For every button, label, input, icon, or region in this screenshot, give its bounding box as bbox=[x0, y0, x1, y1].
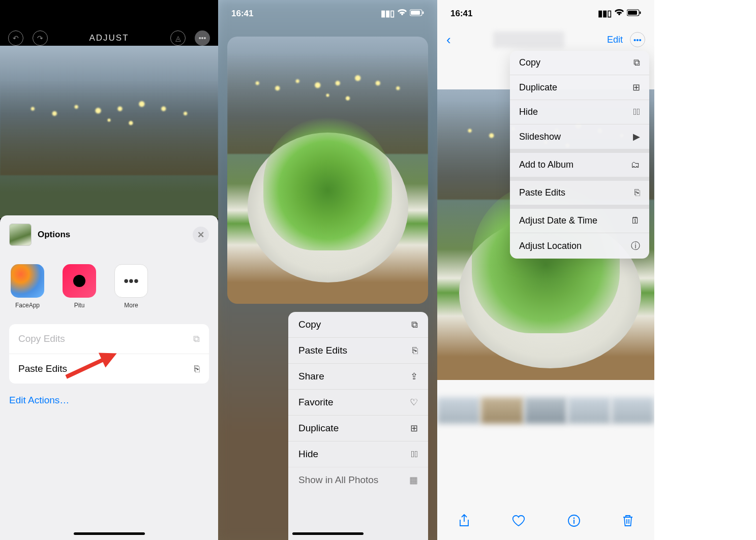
location-icon: ⓘ bbox=[631, 240, 640, 252]
edit-screen-panel: ↶ ↷ ADJUST ◬ ••• Options ✕ FaceApp P bbox=[0, 0, 218, 540]
share-apps-row: FaceApp Pitu ••• More bbox=[0, 252, 218, 321]
options-sheet: Options ✕ FaceApp Pitu ••• More Copy Edi… bbox=[0, 215, 218, 540]
status-time: 16:41 bbox=[450, 9, 472, 19]
redo-icon[interactable]: ↷ bbox=[33, 30, 48, 46]
home-indicator[interactable] bbox=[74, 532, 145, 535]
undo-icon[interactable]: ↶ bbox=[8, 30, 23, 46]
home-indicator[interactable] bbox=[292, 532, 364, 535]
photo-preview bbox=[0, 46, 218, 218]
copy-edits-button: Copy Edits ⧉ bbox=[9, 324, 209, 354]
wifi-icon bbox=[615, 9, 624, 19]
sheet-title: Options bbox=[38, 230, 70, 240]
edit-link[interactable]: Edit bbox=[607, 35, 623, 45]
copy-edits-icon: ⧉ bbox=[193, 334, 200, 344]
svg-rect-1 bbox=[411, 11, 420, 15]
menu-favorite[interactable]: Favorite ♡ bbox=[288, 389, 428, 415]
context-menu: Copy ⧉ Paste Edits ⎘ Share ⇪ Favorite ♡ … bbox=[288, 312, 428, 540]
photo-card[interactable] bbox=[227, 37, 428, 304]
popup-adjust-location[interactable]: Adjust Location ⓘ bbox=[510, 233, 649, 259]
menu-separator bbox=[510, 205, 649, 209]
duplicate-icon: ⊞ bbox=[632, 82, 640, 93]
status-bar: 16:41 ▮▮▯ bbox=[437, 8, 654, 19]
share-app-faceapp[interactable]: FaceApp bbox=[9, 264, 46, 309]
edit-mode-title: ADJUST bbox=[48, 33, 170, 43]
menu-share[interactable]: Share ⇪ bbox=[288, 363, 428, 389]
popup-slideshow[interactable]: Slideshow ▶ bbox=[510, 124, 649, 149]
pitu-icon bbox=[63, 264, 96, 298]
more-icon[interactable]: ••• bbox=[195, 30, 210, 46]
popup-duplicate[interactable]: Duplicate ⊞ bbox=[510, 75, 649, 100]
photo-detail-panel: 16:41 ▮▮▯ ‹ Edit ••• bbox=[437, 0, 654, 540]
menu-separator bbox=[510, 149, 649, 153]
photo-toolbar bbox=[437, 504, 654, 540]
paste-edits-button[interactable]: Paste Edits ⎘ bbox=[9, 354, 209, 384]
share-icon[interactable] bbox=[458, 514, 470, 531]
info-icon[interactable] bbox=[567, 514, 581, 530]
close-icon[interactable]: ✕ bbox=[193, 227, 209, 243]
nav-title-redacted bbox=[493, 31, 564, 48]
signal-icon: ▮▮▯ bbox=[598, 8, 612, 19]
popup-add-album[interactable]: Add to Album 🗂 bbox=[510, 153, 649, 177]
svg-rect-4 bbox=[628, 11, 637, 15]
longpress-screen-panel: 16:41 ▮▮▯ Copy ⧉ Paste Edits ⎘ Share ⇪ bbox=[218, 0, 437, 540]
menu-show-all[interactable]: Show in All Photos ▦ bbox=[288, 467, 428, 488]
paste-edits-icon: ⎘ bbox=[412, 345, 418, 356]
faceapp-icon bbox=[11, 264, 44, 298]
more-apps-icon: ••• bbox=[114, 264, 148, 298]
album-icon: 🗂 bbox=[631, 160, 640, 170]
share-app-more[interactable]: ••• More bbox=[113, 264, 149, 309]
copy-icon: ⧉ bbox=[411, 320, 418, 330]
share-app-pitu[interactable]: Pitu bbox=[61, 264, 98, 309]
edit-actions-link[interactable]: Edit Actions… bbox=[0, 384, 218, 417]
markup-icon[interactable]: ◬ bbox=[170, 30, 186, 46]
grid-icon: ▦ bbox=[409, 474, 418, 486]
play-icon: ▶ bbox=[633, 131, 640, 142]
popup-paste-edits[interactable]: Paste Edits ⎘ bbox=[510, 181, 649, 205]
copy-icon: ⧉ bbox=[633, 57, 640, 68]
photo-thumbnail bbox=[9, 224, 32, 246]
svg-rect-2 bbox=[422, 11, 424, 14]
more-popup-menu: Copy ⧉ Duplicate ⊞ Hide 👁⃠ Slideshow ▶ A… bbox=[510, 51, 649, 259]
battery-icon bbox=[410, 9, 424, 19]
menu-paste-edits[interactable]: Paste Edits ⎘ bbox=[288, 337, 428, 363]
status-time: 16:41 bbox=[231, 9, 253, 19]
hide-icon: 👁⃠ bbox=[411, 449, 418, 460]
signal-icon: ▮▮▯ bbox=[381, 8, 395, 19]
svg-rect-5 bbox=[640, 11, 641, 14]
wifi-icon bbox=[398, 9, 407, 19]
popup-hide[interactable]: Hide 👁⃠ bbox=[510, 100, 649, 124]
popup-copy[interactable]: Copy ⧉ bbox=[510, 51, 649, 75]
edits-action-list: Copy Edits ⧉ Paste Edits ⎘ bbox=[9, 324, 209, 384]
svg-rect-8 bbox=[573, 520, 574, 524]
paste-edits-icon: ⎘ bbox=[194, 364, 200, 374]
menu-hide[interactable]: Hide 👁⃠ bbox=[288, 441, 428, 467]
menu-duplicate[interactable]: Duplicate ⊞ bbox=[288, 415, 428, 441]
battery-icon bbox=[627, 9, 641, 19]
calendar-icon: 🗓 bbox=[631, 215, 640, 226]
share-icon: ⇪ bbox=[410, 371, 418, 382]
paste-edits-icon: ⎘ bbox=[634, 187, 640, 198]
photo-nav-bar: ‹ Edit ••• bbox=[437, 28, 654, 51]
more-icon[interactable]: ••• bbox=[630, 32, 645, 47]
popup-adjust-date[interactable]: Adjust Date & Time 🗓 bbox=[510, 209, 649, 233]
menu-separator bbox=[510, 177, 649, 181]
trash-icon[interactable] bbox=[622, 514, 633, 530]
hide-icon: 👁⃠ bbox=[633, 107, 640, 117]
duplicate-icon: ⊞ bbox=[410, 423, 418, 434]
heart-icon: ♡ bbox=[410, 397, 418, 408]
svg-point-7 bbox=[573, 518, 574, 519]
photo-scrubber[interactable] bbox=[437, 397, 654, 424]
heart-icon[interactable] bbox=[512, 515, 525, 530]
status-bar: 16:41 ▮▮▯ bbox=[218, 8, 437, 19]
menu-copy[interactable]: Copy ⧉ bbox=[288, 312, 428, 337]
back-chevron-icon[interactable]: ‹ bbox=[446, 32, 451, 48]
